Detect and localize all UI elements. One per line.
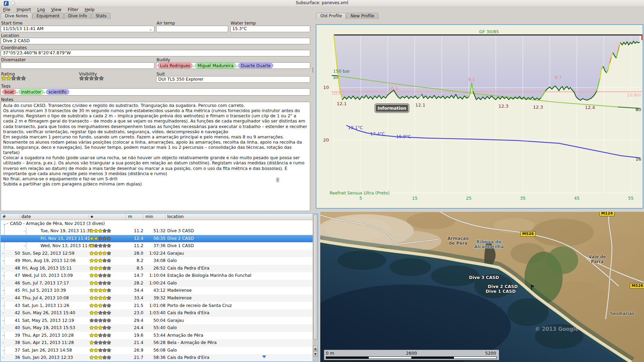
- rating-stars[interactable]: ★★★★★: [1, 75, 26, 81]
- suit-field[interactable]: DUI TLS 350 Explorer: [156, 76, 310, 83]
- map-place-label: Vale de Parra: [589, 255, 606, 264]
- tab-old-profile[interactable]: Old Profile: [316, 13, 346, 19]
- dive-row[interactable]: –37Sat, Jan 26, 2013 14:58★★★★★26.956:08…: [1, 347, 313, 354]
- left-tab-bar[interactable]: Dive NotesEquipmentDive InfoStats: [1, 13, 111, 19]
- col-header-stars[interactable]: ★: [90, 214, 94, 219]
- dive-row[interactable]: –48Fri, Aug 16, 2013 15:11★★★★★8.526:52C…: [1, 265, 313, 272]
- location-field[interactable]: Dive 2 CASD: [1, 38, 310, 44]
- chip-boat[interactable]: boat: [2, 89, 16, 94]
- subsurface-app-icon: [4, 1, 9, 6]
- svg-text:5: 5: [359, 196, 362, 201]
- map-terrain: [320, 212, 644, 362]
- dive-row[interactable]: –40Sun, May 19, 2013 15:53★★★★★24.455:40…: [1, 324, 313, 332]
- dive-list-header[interactable]: #date★mminlocation: [1, 214, 318, 220]
- chip-luís-rodrigues[interactable]: Luís Rodrigues: [158, 63, 193, 68]
- svg-text:9.7: 9.7: [555, 75, 562, 80]
- dive-row[interactable]: –50Sun, Sep 22, 2013 12:59★★★★★28.01:02:…: [1, 250, 313, 257]
- chip-miguel-madureira[interactable]: Miguel Madureira: [195, 63, 236, 68]
- svg-text:55: 55: [628, 196, 634, 201]
- tab-new-profile[interactable]: New Profile: [346, 13, 378, 19]
- menu-import[interactable]: Import: [14, 6, 34, 13]
- dive-row[interactable]: –41Sat, May 25, 2013 12:19★★★★★29.450:04…: [1, 317, 313, 325]
- panel-splitter-handle[interactable]: [312, 67, 314, 73]
- dive-row[interactable]: –46Sun, Jul 7, 2013 17:17★★★★★28.21:00:2…: [1, 280, 313, 287]
- tab-dive-notes[interactable]: Dive Notes: [1, 13, 32, 19]
- suit-label: Suit: [156, 71, 165, 76]
- dive-row[interactable]: –Tue, Nov 19, 2013 11:39★★★★★11.251:32Di…: [1, 227, 313, 235]
- dive-location-map[interactable]: Armação de PêraRibeira de AlcantarilhaVa…: [320, 212, 644, 362]
- window-titlebar[interactable]: Subsurface: paneves.xml: [0, 0, 644, 6]
- road-shield-m526: M526: [520, 231, 536, 237]
- svg-text:Reefnet Sensus Ultra (Preto): Reefnet Sensus Ultra (Preto): [330, 191, 390, 196]
- svg-text:16: 16: [635, 156, 641, 162]
- visibility-stars[interactable]: ★★★★★: [79, 75, 104, 81]
- svg-text:20: 20: [323, 137, 329, 143]
- dive-row[interactable]: –43Sat, Jun 1, 2013 11:26★★★★★21.51:01:0…: [1, 302, 313, 310]
- col-header-date[interactable]: date: [21, 214, 31, 219]
- svg-text:45: 45: [574, 196, 580, 201]
- tab-dive-info[interactable]: Dive Info: [64, 13, 91, 19]
- map-copyright-watermark: © 2013 Google: [535, 326, 579, 332]
- notes-textarea[interactable]: Aula do curso CASD. Transectos c/video e…: [1, 102, 310, 211]
- col-header-min[interactable]: min: [145, 214, 153, 219]
- dive-row[interactable]: –42Sun, May 26, 2013 15:40★★★★★23.01:03:…: [1, 309, 313, 317]
- dive-row[interactable]: –45Fri, Jul 5, 2013 10:39★★★★★34.443:12M…: [1, 287, 313, 295]
- col-header-location[interactable]: location: [167, 214, 184, 219]
- svg-text:80: 80: [635, 107, 641, 112]
- coordinates-field[interactable]: 37°05'23.460"N 8°20'47.879"W: [1, 50, 310, 56]
- tags-field[interactable]: boat,instructor,scientific: [1, 88, 310, 96]
- svg-text:9.1: 9.1: [468, 77, 475, 82]
- menu-file[interactable]: File: [0, 6, 14, 13]
- air-temp-field[interactable]: [156, 26, 228, 32]
- dive-row[interactable]: –44Thu, Jul 4, 2013 10:08★★★★★33.439:32M…: [1, 295, 313, 302]
- chip-duarte-duarte[interactable]: Duarte Duarte: [238, 63, 273, 68]
- menu-filter[interactable]: Filter: [64, 6, 81, 13]
- dive-row[interactable]: –49Mon, Aug 19, 2013 12:06★★★★★8.234:08G…: [1, 257, 313, 265]
- buddy-field[interactable]: Luís Rodrigues,Miguel Madureira,Duarte D…: [156, 62, 310, 69]
- water-temp-field[interactable]: 15.3°C: [230, 26, 310, 32]
- location-label: Location: [1, 33, 19, 38]
- dive-row-selected[interactable]: –Fri, Nov 15, 2013 11:41★★★★★12.456:35Di…: [1, 235, 313, 243]
- divemaster-field[interactable]: [1, 62, 154, 69]
- dive-row[interactable]: –47Wed, Jul 10, 2013 13:09★★★★★14.71:10:…: [1, 272, 313, 280]
- dive-row[interactable]: –39Thu, Apr 25, 2013 10:28★★★★★19.653:44…: [1, 332, 313, 340]
- tab-stats[interactable]: Stats: [91, 13, 110, 19]
- svg-text:17.4°C: 17.4°C: [370, 131, 385, 136]
- menu-log[interactable]: Log: [34, 6, 48, 13]
- svg-text:150 bar: 150 bar: [333, 69, 350, 74]
- start-time-combo[interactable]: 11/15/13 11:41 AM⌄: [1, 26, 154, 32]
- map-place-label: Sesmarias: [610, 311, 634, 316]
- dive-row[interactable]: –38Sun, Apr 21, 2013 11:28★★★★★21.456:28…: [1, 339, 313, 347]
- menu-view[interactable]: View: [48, 6, 65, 13]
- road-shield-m526: M526: [630, 283, 644, 289]
- scroll-up-button[interactable]: ▲: [313, 346, 318, 351]
- information-button[interactable]: Information: [375, 103, 409, 113]
- dive-trip-group-row[interactable]: ⌄–CASD - Armação de Pêra, Nov 2013 (3 di…: [1, 220, 313, 227]
- col-header-m[interactable]: m: [128, 214, 132, 219]
- chip-instructor[interactable]: instructor: [19, 89, 44, 94]
- notes-label: Notes: [1, 97, 14, 102]
- window-menu-button[interactable]: [11, 1, 15, 6]
- menu-help[interactable]: Help: [81, 6, 98, 13]
- scrollbar-thumb[interactable]: [313, 214, 317, 340]
- chip-scientific[interactable]: scientific: [46, 89, 69, 94]
- profile-tab-bar[interactable]: Old ProfileNew Profile: [316, 13, 379, 19]
- svg-text:12.1: 12.1: [415, 102, 426, 108]
- menu-bar[interactable]: FileImportLogViewFilterHelp: [0, 6, 644, 13]
- dive-list-scrollbar[interactable]: ▲ ▼: [313, 214, 318, 361]
- dive-site-label: Dive 2 CASD: [488, 284, 518, 289]
- dive-site-label: Dive 1 CASD: [486, 289, 516, 294]
- scroll-down-button[interactable]: ▼: [313, 351, 318, 356]
- dive-row[interactable]: –Wed, Nov 13, 2013 11:06★★★★★11.237:36Di…: [1, 242, 313, 250]
- map-place-label: Ribeira de Alcantarilha: [474, 239, 503, 250]
- col-header-num[interactable]: #: [2, 214, 6, 219]
- dive-list-table[interactable]: #date★mminlocation ⌄–CASD - Armação de P…: [0, 213, 319, 362]
- window-title: Subsurface: paneves.xml: [296, 0, 348, 5]
- profile-plot: GF 30/85150 barair102051525354555Reefnet…: [316, 25, 643, 208]
- air-temp-label: Air temp: [156, 20, 175, 26]
- svg-text:12.1: 12.1: [337, 101, 347, 106]
- svg-text:GF 30/85: GF 30/85: [479, 29, 499, 34]
- svg-text:10.8m: 10.8m: [627, 92, 641, 98]
- tab-equipment[interactable]: Equipment: [33, 13, 64, 19]
- divemaster-label: Divemaster: [1, 57, 26, 62]
